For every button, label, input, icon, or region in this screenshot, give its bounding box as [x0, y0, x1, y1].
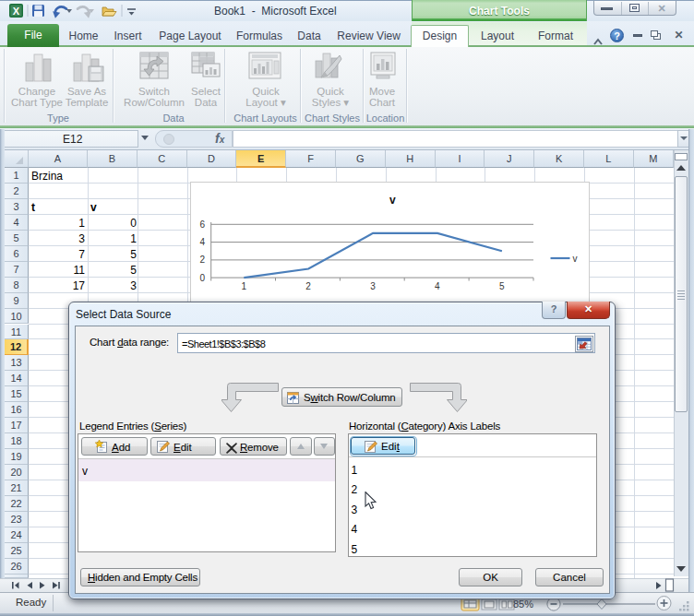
svg-text:v: v	[573, 254, 578, 264]
svg-text:6: 6	[199, 219, 205, 230]
svg-text:2: 2	[199, 255, 205, 265]
svg-text:4: 4	[199, 237, 205, 247]
svg-text:0: 0	[199, 273, 205, 283]
svg-text:4: 4	[435, 281, 440, 291]
svg-text:X: X	[13, 6, 20, 17]
svg-text:3: 3	[370, 281, 376, 291]
svg-text:v: v	[389, 194, 396, 207]
svg-text:2: 2	[305, 281, 311, 291]
svg-text:5: 5	[499, 281, 505, 291]
svg-text:1: 1	[242, 281, 247, 291]
svg-text:85%: 85%	[513, 598, 533, 610]
